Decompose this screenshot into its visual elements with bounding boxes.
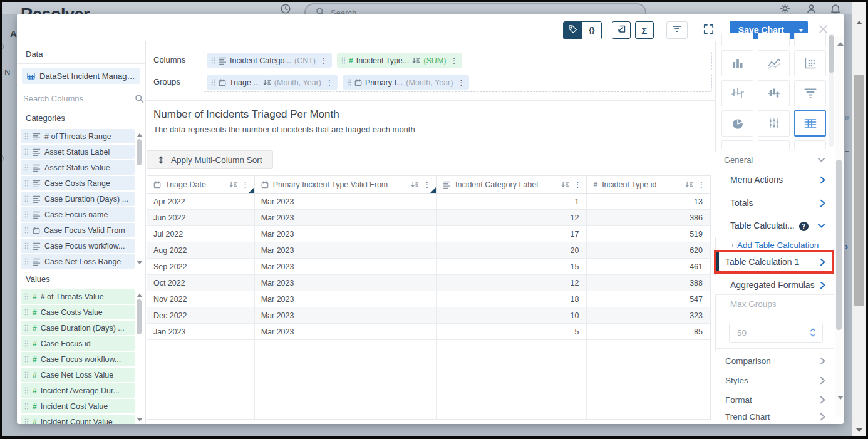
field-item[interactable]: # Case Focus id (21, 336, 135, 351)
field-item[interactable]: Case Focus name (21, 207, 135, 222)
chart-type-data-table[interactable] (794, 110, 826, 137)
table-row[interactable]: Nov 2022Mar 202318547 (147, 291, 710, 307)
export-button[interactable] (612, 21, 631, 39)
field-item[interactable]: Case Net Loss Range (21, 254, 135, 269)
panel-item-totals[interactable]: Totals (715, 192, 834, 214)
panel-item-trend-chart[interactable]: Trend Chart (715, 410, 834, 424)
dataset-item[interactable]: DataSet Incident Managem... (22, 68, 140, 84)
field-item[interactable]: # # of Threats Value (21, 289, 135, 304)
kebab-menu-icon[interactable]: ⋮ (319, 57, 328, 65)
fullscreen-button[interactable] (703, 23, 715, 38)
field-item[interactable]: # Case Costs Value (21, 305, 135, 319)
field-item[interactable]: # Incident Average Dur... (21, 383, 135, 398)
field-pill[interactable]: Triage ... (Month, Year) ⋮ (207, 75, 338, 90)
formula-mode-button[interactable]: {} (582, 22, 601, 39)
table-row[interactable]: Jun 2022Mar 202312386 (147, 210, 710, 226)
search-columns-input[interactable] (22, 93, 135, 104)
chart-type-line-chart[interactable] (758, 50, 790, 76)
field-item-label: # of Threats Value (41, 292, 104, 301)
scroll-down-arrow[interactable] (856, 428, 862, 435)
field-item[interactable]: Case Duration (Days) ... (21, 192, 135, 206)
field-item-label: Incident Average Dur... (41, 386, 120, 395)
field-item[interactable]: Asset Status Value (21, 160, 135, 175)
add-table-calculation-link[interactable]: + Add Table Calculation (730, 240, 819, 250)
kebab-menu-icon[interactable]: ⋮ (696, 181, 705, 189)
column-header[interactable]: Triage Date ⋮ (147, 176, 255, 193)
field-item[interactable]: Asset Status Label (21, 145, 135, 159)
collapse-panel-icon[interactable]: » (844, 111, 849, 122)
column-header[interactable]: Incident Category Label ⋮ (437, 176, 587, 193)
chart-type-partial[interactable] (794, 140, 826, 149)
table-row[interactable]: Apr 2022Mar 2023113 (147, 194, 710, 210)
panel-scrollbar-thumb[interactable] (836, 160, 842, 330)
panel-item-format[interactable]: Format (715, 390, 834, 410)
filter-button[interactable] (666, 21, 688, 39)
apply-multi-column-sort-button[interactable]: Apply Multi-Column Sort (147, 150, 273, 169)
table-row[interactable]: Dec 2022Mar 202310323 (147, 307, 710, 324)
field-item[interactable]: Case Focus Valid From (21, 223, 135, 237)
chart-type-dots-partial[interactable] (721, 33, 753, 46)
field-item[interactable]: # Incident Count Value (21, 415, 135, 424)
number-steppers[interactable] (810, 328, 816, 337)
general-section-header[interactable]: General (715, 152, 834, 168)
field-pill[interactable]: Primary I... (Month, Year) ⋮ (343, 75, 469, 90)
table-row[interactable]: Aug 2022Mar 202320620 (147, 242, 710, 259)
panel-item-menu-actions[interactable]: Menu Actions (715, 168, 834, 192)
data-grid-icon (27, 72, 35, 80)
field-item[interactable]: Case Costs Range (21, 176, 135, 190)
table-cell: Jun 2022 (147, 210, 255, 225)
chart-type-scatter-plot[interactable] (794, 50, 826, 76)
expand-panel-icon[interactable]: › (845, 241, 848, 252)
chart-grid-scrollbar-thumb[interactable] (829, 35, 834, 73)
funnel-chart-icon (803, 86, 818, 101)
chart-type-dot-plot[interactable] (758, 110, 790, 137)
chart-type-funnel-chart[interactable] (794, 80, 826, 106)
browser-scrollbar-thumb[interactable] (854, 75, 864, 306)
table-row[interactable]: Jan 2023Mar 2023585 (147, 324, 710, 340)
panel-scroll-up-arrow[interactable] (837, 39, 844, 46)
kebab-menu-icon[interactable]: ⋮ (572, 181, 581, 189)
table-calculation-1-item[interactable]: Table Calculation 1 (719, 257, 799, 267)
max-groups-input[interactable] (736, 328, 792, 338)
sum-button[interactable]: Σ (635, 21, 654, 39)
field-item[interactable]: # Incident Cost Value (21, 399, 135, 413)
field-item[interactable]: Case Focus workflow... (21, 239, 135, 253)
panel-item-styles[interactable]: Styles (715, 371, 834, 390)
table-row[interactable]: Jul 2022Mar 202317519 (147, 226, 710, 242)
scroll-up-arrow[interactable] (856, 18, 862, 24)
field-item[interactable]: # of Threats Range (21, 129, 135, 143)
panel-scroll-down-arrow[interactable] (837, 396, 844, 403)
panel-item-aggregated-formulas[interactable]: Aggregated Formulas (715, 276, 834, 294)
groups-dropzone[interactable]: Triage ... (Month, Year) ⋮ Primary I... … (204, 73, 712, 92)
table-row[interactable]: Oct 2022Mar 202312388 (147, 275, 710, 291)
table-row[interactable]: Sep 2022Mar 202315461 (147, 259, 710, 275)
kebab-menu-icon[interactable]: ⋮ (240, 181, 249, 189)
drag-handle-icon (24, 258, 29, 265)
help-icon[interactable]: ? (799, 222, 809, 231)
column-header[interactable]: Primary Incident Type Valid From ⋮ (255, 176, 437, 193)
field-pill[interactable]: # Incident Type... (SUM) ⋮ (337, 53, 462, 68)
field-item[interactable]: # Case Focus workflow... (21, 352, 135, 366)
column-header[interactable]: # Incident Type id ⋮ (587, 176, 710, 193)
chart-type-partial[interactable] (721, 140, 753, 149)
panel-item-table-calculati-[interactable]: Table Calculati...? (715, 214, 834, 237)
field-item[interactable]: # Case Duration (Days) ... (21, 321, 135, 335)
chart-type-hbar-partial[interactable] (794, 33, 826, 46)
panel-item-comparison[interactable]: Comparison (715, 351, 834, 371)
chart-type-pie-chart[interactable] (721, 110, 753, 137)
divider (17, 108, 145, 108)
chart-type-candlestick-chart[interactable] (758, 80, 790, 106)
columns-dropzone[interactable]: Incident Catego... (CNT) ⋮ # Incident Ty… (204, 51, 712, 70)
kebab-menu-icon[interactable]: ⋮ (449, 57, 458, 65)
kebab-menu-icon[interactable]: ⋮ (324, 79, 333, 86)
chart-type-blank-partial[interactable] (758, 33, 790, 46)
field-item[interactable]: # Case Net Loss Value (21, 368, 135, 382)
chart-type-hilo-chart[interactable] (721, 80, 753, 106)
drag-handle-icon (24, 211, 29, 218)
tag-mode-button[interactable] (564, 22, 582, 39)
kebab-menu-icon[interactable]: ⋮ (456, 79, 465, 86)
chart-type-column-chart[interactable] (721, 50, 753, 76)
field-pill[interactable]: Incident Catego... (CNT) ⋮ (207, 53, 332, 68)
chart-type-partial[interactable] (758, 140, 790, 149)
kebab-menu-icon[interactable]: ⋮ (422, 181, 431, 189)
